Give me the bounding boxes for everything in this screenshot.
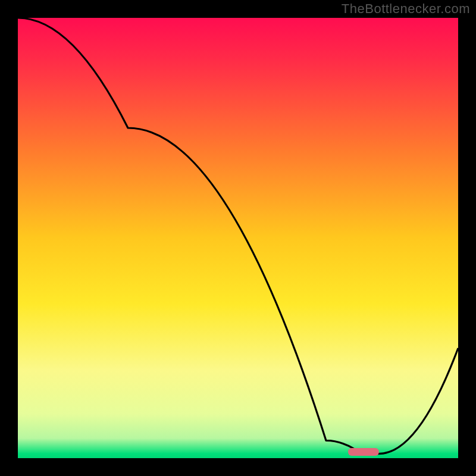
optimal-marker	[348, 448, 379, 456]
bottleneck-chart	[0, 0, 476, 476]
plot-background	[18, 18, 458, 458]
attribution-text: TheBottlenecker.com	[342, 1, 470, 17]
chart-frame: TheBottlenecker.com	[0, 0, 476, 476]
